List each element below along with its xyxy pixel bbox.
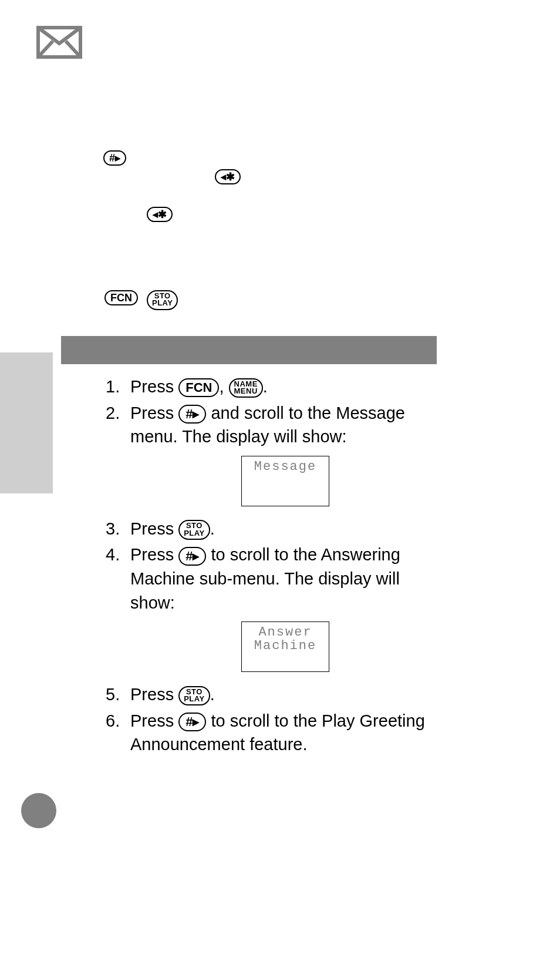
step-6: 6. Press #▸ to scroll to the Play Greeti… <box>106 709 440 757</box>
step-text: . <box>210 519 215 538</box>
fcn-key-icon: FCN <box>104 290 138 305</box>
hash-key-icon: #▸ <box>178 405 206 424</box>
step-2: 2. Press #▸ and scroll to the Message me… <box>106 401 440 515</box>
side-tab <box>0 352 53 493</box>
step-text: Press <box>130 711 178 730</box>
sto-play-key-icon: STOPLAY <box>178 520 210 540</box>
star-key-icon: ◂✱ <box>147 207 173 222</box>
step-3: 3. Press STOPLAY. <box>106 517 440 541</box>
fcn-key-icon: FCN <box>178 378 219 397</box>
lcd-display: Answer Machine <box>241 621 329 672</box>
name-menu-key-icon: NAMEMENU <box>229 378 263 398</box>
step-number: 1. <box>106 375 130 399</box>
step-number: 5. <box>106 683 130 707</box>
step-text: Press <box>130 377 178 396</box>
step-text: , <box>219 377 228 396</box>
step-4: 4. Press #▸ to scroll to the Answering M… <box>106 543 440 680</box>
lcd-line: Answer <box>258 626 312 639</box>
star-key-icon: ◂✱ <box>215 169 241 184</box>
page-number-circle <box>21 793 56 828</box>
hash-key-icon: #▸ <box>103 150 126 166</box>
lcd-line: Message <box>254 460 316 473</box>
step-5: 5. Press STOPLAY. <box>106 683 440 707</box>
step-text: . <box>263 377 268 396</box>
section-bar <box>61 336 437 364</box>
sto-play-key-icon: STO PLAY <box>147 290 178 310</box>
svg-line-1 <box>38 41 53 57</box>
sto-play-key-icon: STOPLAY <box>178 686 210 706</box>
step-text: Press <box>130 404 178 422</box>
hash-key-icon: #▸ <box>178 547 206 566</box>
instruction-steps: 1. Press FCN, NAMEMENU. 2. Press #▸ and … <box>106 375 440 759</box>
step-number: 2. <box>106 401 130 515</box>
lcd-display: Message <box>241 456 329 506</box>
step-text: Press <box>130 545 178 564</box>
step-text: Press <box>130 519 178 538</box>
envelope-icon <box>36 26 82 59</box>
step-text: Press <box>130 685 178 704</box>
hash-key-icon: #▸ <box>178 713 206 731</box>
step-number: 6. <box>106 709 130 757</box>
lcd-line: Machine <box>254 639 316 653</box>
step-text: . <box>210 685 215 704</box>
step-1: 1. Press FCN, NAMEMENU. <box>106 375 440 399</box>
svg-line-2 <box>66 41 80 57</box>
step-number: 4. <box>106 543 130 680</box>
step-number: 3. <box>106 517 130 541</box>
